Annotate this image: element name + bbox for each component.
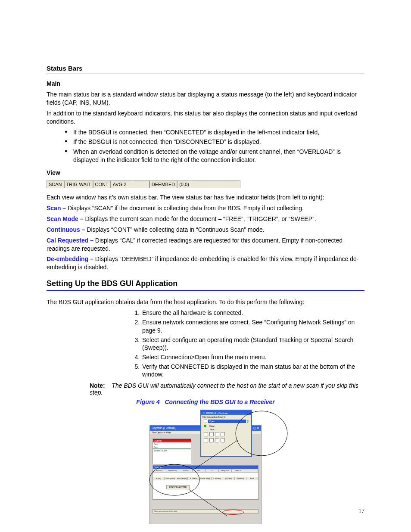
fig-popup-title: 🔷 BDSGUI - Capture — [201, 411, 251, 415]
step-1: Ensure the all hardware is connected. — [141, 309, 364, 317]
tool-icon-1 — [204, 432, 208, 436]
tool-icon-8 — [221, 438, 225, 442]
fig-popup-icons-2 — [201, 437, 251, 443]
fig-capture-pane: Capture1 RefreshTimestampIntervalRef ICa… — [153, 465, 258, 500]
step-3: Select and configure an operating mode (… — [141, 336, 364, 352]
fig-sub-row1: Open — [153, 442, 191, 445]
bullet-1: If the BDSGUI is connected, then “CONNEC… — [65, 128, 364, 137]
strip-coord: (0,0) — [177, 180, 191, 188]
tool-icon-2 — [209, 432, 214, 436]
step-5: Verify that CONNECTED is displayed in th… — [141, 363, 364, 378]
figure-caption: Figure 4 Connecting the BDS GUI to a Rec… — [47, 398, 364, 405]
steps-list: Ensure the all hardware is connected. En… — [47, 309, 364, 379]
fig-main-winbtns: ▫ ◻ ✕ — [252, 426, 259, 430]
fig-red-oval — [222, 510, 244, 515]
def-cal: Cal Requested – Displays “CAL” if correc… — [47, 236, 364, 253]
strip-cont: CONT — [93, 180, 111, 188]
page-number: 17 — [358, 508, 364, 515]
view-status-strip: SCAN TRIG-WAIT CONT AVG 2 DEEMBED (0,0) — [47, 180, 240, 188]
strip-scan: SCAN — [47, 180, 64, 188]
new-doc-icon — [204, 420, 207, 423]
def-scan-mode: Scan Mode – Displays the current scan mo… — [47, 215, 364, 223]
fig-popup: 🔷 BDSGUI - Capture File Connection Scan … — [200, 410, 252, 457]
fig-popup-close[interactable]: Close — [208, 424, 218, 428]
step-2: Ensure network connections are correct. … — [141, 318, 364, 334]
fig-sub-row2: Save — [153, 445, 191, 448]
bullet-2: If the BDSGUI is not connected, then “DI… — [65, 138, 364, 146]
fig-subwindow: CapWin Open Save 192.192.192.192 — [153, 439, 191, 464]
def-scan: Scan – Displays “SCAN” if the document i… — [47, 204, 364, 212]
def-continuous: Continuous – Displays “CONT” while colle… — [47, 226, 364, 234]
figure-title: Connecting the BDS GUI to a Receiver — [165, 398, 274, 405]
fig-popup-new[interactable]: New... — [201, 428, 251, 431]
step-4: Select Connection>Open from the main men… — [141, 353, 364, 361]
rule-status-bars — [47, 74, 364, 74]
def-continuous-text: Displays “CONT” while collecting data in… — [87, 226, 264, 233]
term-continuous: Continuous – — [47, 226, 87, 233]
bullet-3: When an overload condition is detected o… — [65, 148, 364, 164]
help-icon: ? — [247, 420, 249, 423]
heading-setup: Setting Up the BDS GUI Application — [47, 279, 364, 288]
heading-status-bars: Status Bars — [47, 65, 364, 72]
note-row: Note: The BDS GUI will automatically con… — [47, 382, 364, 396]
fig-disconnected-callout: DISCONNECTED — [166, 485, 190, 489]
fig-popup-menubar: File Connection Scan Vi — [201, 415, 251, 419]
strip-gap — [132, 180, 149, 188]
heading-view: View — [47, 169, 364, 176]
tool-icon-5 — [204, 438, 208, 442]
def-scan-text: Displays “SCAN” if the document is colle… — [68, 205, 304, 212]
fig-table-head1: RefreshTimestampIntervalRef ICalTemp Out… — [153, 469, 258, 473]
def-scan-mode-text: Displays the current scan mode for the d… — [85, 215, 316, 222]
term-scan: Scan – — [47, 205, 68, 212]
fig-popup-icons — [201, 431, 251, 437]
heading-main: Main — [47, 80, 364, 87]
tool-icon-7 — [215, 438, 219, 442]
bullet-list-connection: If the BDSGUI is connected, then “CONNEC… — [65, 128, 364, 165]
fig-capture-title: Capture1 — [153, 466, 258, 469]
tool-icon-4 — [221, 432, 225, 436]
note-label: Note: — [90, 382, 105, 389]
fig-sub-row4: 192.192.192.192 — [153, 449, 191, 452]
rule-setup — [47, 290, 364, 291]
fig-sub-title: CapWin — [153, 439, 191, 442]
strip-trigwait: TRIG-WAIT — [64, 180, 93, 188]
note-text: The BDS GUI will automatically connect t… — [90, 382, 358, 396]
para-main-1: The main status bar is a standard window… — [47, 90, 364, 107]
fig-table-head2: F (Hz)Vrms (Volts)Irms (Amps)R (Ohms)Pha… — [153, 477, 258, 480]
fig-bottom-hint: Open a connection to the host — [154, 510, 177, 512]
status-dot-icon — [204, 425, 206, 427]
para-main-2: In addition to the standard keyboard ind… — [47, 109, 364, 126]
fig-main-title: CapWin (Horizon) — [152, 426, 176, 430]
term-cal: Cal Requested – — [47, 237, 95, 244]
fig-popup-open[interactable]: Open — [208, 420, 246, 423]
para-view-intro: Each view window has it’s own status bar… — [47, 193, 364, 202]
para-setup-intro: The BDS GUI application obtains data fro… — [47, 298, 364, 306]
strip-avg: AVG 2 — [111, 180, 132, 188]
def-deembed: De-embedding – Displays “DEEMBED” if imp… — [47, 255, 364, 271]
tool-icon-6 — [209, 438, 214, 442]
figure-number: Figure 4 — [136, 398, 159, 405]
strip-deembed: DEEMBED — [149, 180, 177, 188]
strip-spacer — [191, 180, 240, 188]
term-deembed: De-embedding – — [47, 255, 95, 262]
term-scan-mode: Scan Mode – — [47, 215, 85, 222]
tool-icon-3 — [215, 432, 219, 436]
